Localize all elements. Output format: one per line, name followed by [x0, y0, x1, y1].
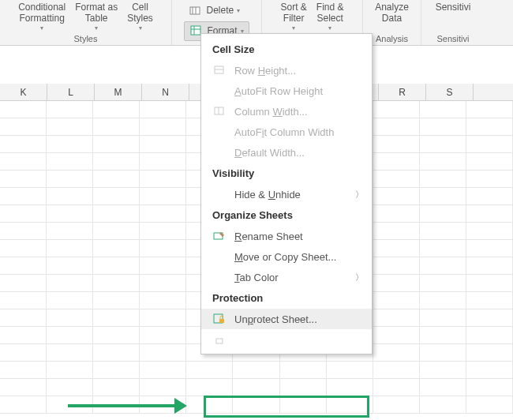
find-select-button[interactable]: Find & Select▾ — [312, 2, 349, 32]
format-as-table-button[interactable]: Format as Table▾ — [70, 2, 122, 32]
move-copy-sheet-item[interactable]: Move or Copy Sheet... — [201, 246, 372, 267]
svg-rect-3 — [191, 26, 200, 35]
rename-sheet-item[interactable]: Rename Sheet — [201, 226, 372, 246]
extra-item — [201, 329, 372, 346]
analysis-group-label: Analysis — [376, 34, 408, 45]
column-header[interactable]: L — [47, 84, 95, 100]
column-width-item: Column Width... — [201, 101, 372, 122]
autofit-column-width-item: AutoFit Column Width — [201, 122, 372, 142]
rename-icon — [212, 230, 227, 242]
sensitivity-group-label: Sensitivi — [437, 34, 470, 45]
section-cell-size: Cell Size — [201, 39, 372, 60]
unprotect-icon — [212, 313, 227, 325]
format-dropdown: Cell Size Row Height... AutoFit Row Heig… — [200, 33, 373, 354]
column-width-icon — [212, 105, 227, 118]
sort-filter-button[interactable]: Sort & Filter▾ — [275, 2, 311, 32]
chevron-right-icon: 〉 — [355, 189, 364, 201]
unprotect-sheet-item[interactable]: Unprotect Sheet... — [201, 309, 372, 329]
sensitivity-button[interactable]: Sensitivi — [431, 2, 476, 13]
svg-rect-13 — [216, 339, 223, 343]
unprotect-highlight — [204, 396, 369, 418]
analyze-data-button[interactable]: Analyze Data — [370, 2, 414, 24]
styles-group-label: Styles — [74, 34, 98, 45]
tab-color-item[interactable]: Tab Color 〉 — [201, 267, 372, 287]
default-width-item: Default Width... — [201, 142, 372, 163]
column-header[interactable]: N — [142, 84, 189, 100]
column-header[interactable]: R — [379, 84, 426, 100]
chevron-right-icon: 〉 — [355, 272, 364, 283]
section-protection: Protection — [201, 287, 372, 309]
delete-button[interactable]: Delete▾ — [184, 2, 245, 20]
svg-rect-12 — [219, 319, 224, 323]
column-header[interactable]: S — [426, 84, 474, 100]
lock-cell-icon — [212, 333, 227, 346]
column-header[interactable]: M — [95, 84, 142, 100]
conditional-formatting-button[interactable]: Conditional Formatting▾ — [13, 2, 70, 32]
section-organize-sheets: Organize Sheets — [201, 204, 372, 226]
delete-icon — [189, 3, 203, 17]
hide-unhide-item[interactable]: Hide & Unhide 〉 — [201, 184, 372, 204]
pointer-arrow — [68, 404, 182, 407]
column-header[interactable]: K — [0, 84, 47, 100]
autofit-row-height-item: AutoFit Row Height — [201, 81, 372, 101]
section-visibility: Visibility — [201, 163, 372, 184]
svg-rect-0 — [190, 7, 200, 14]
row-height-icon — [212, 64, 227, 77]
cell-styles-button[interactable]: Cell Styles▾ — [122, 2, 158, 32]
row-height-item: Row Height... — [201, 60, 372, 81]
